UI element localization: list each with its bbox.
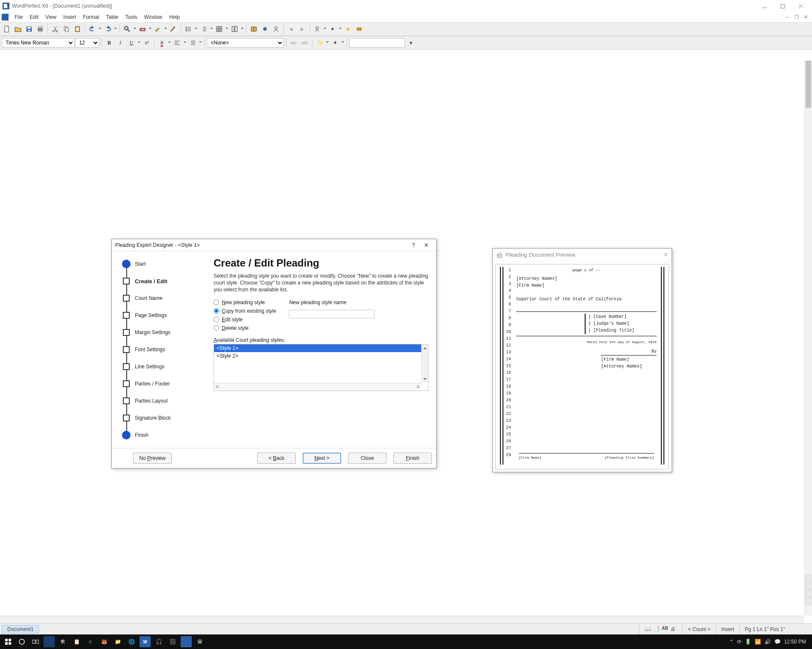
edge-icon[interactable]: e (85, 636, 96, 647)
tools-dropdown[interactable] (341, 41, 345, 44)
print-button[interactable] (35, 24, 45, 34)
firefox-icon[interactable]: 🦊 (98, 636, 110, 647)
undo-button[interactable] (87, 24, 98, 34)
close-button[interactable] (791, 0, 809, 12)
wand-dropdown[interactable] (326, 41, 329, 44)
tray-action-icon[interactable]: 💬 (774, 639, 781, 645)
draw-button[interactable] (168, 24, 178, 34)
font-color-button[interactable]: a (157, 38, 167, 48)
wizard-step-signature-block[interactable]: Signature Block (122, 409, 207, 427)
no-preview-button[interactable]: No Preview (133, 453, 172, 464)
open-button[interactable] (13, 24, 23, 34)
task-app5-icon[interactable]: 🎧 (153, 636, 164, 647)
font-select[interactable]: Times New Roman (2, 38, 74, 47)
mdi-close-icon[interactable]: ✕ (802, 14, 810, 21)
next-button[interactable]: Next > (303, 453, 341, 464)
status-print-icon[interactable]: 🖨 (670, 626, 677, 633)
task-app4-icon[interactable]: 🌐 (126, 636, 137, 647)
radio-copy[interactable]: Copy from existing style (214, 308, 276, 314)
superscript-button[interactable]: x² (142, 38, 152, 48)
status-mode[interactable]: Insert (716, 624, 739, 634)
highlight-button[interactable] (153, 24, 163, 34)
menu-view[interactable]: View (42, 13, 60, 21)
tray-up-icon[interactable]: ⌃ (729, 639, 734, 645)
macro-play-button[interactable] (312, 24, 322, 34)
wand-button[interactable]: ✨ (315, 38, 325, 48)
close-dialog-button[interactable]: Close (348, 453, 387, 464)
character-button[interactable] (271, 24, 281, 34)
wizard-step-margin-settings[interactable]: Margin Settings (122, 324, 207, 341)
menu-tools[interactable]: Tools (122, 13, 141, 21)
reveal-button[interactable] (354, 24, 364, 34)
grammar-button[interactable]: abc (300, 38, 310, 48)
menu-file[interactable]: File (11, 13, 26, 21)
menu-format[interactable]: Format (80, 13, 103, 21)
minimize-button[interactable] (755, 0, 773, 12)
finish-button[interactable]: Finish (393, 453, 432, 464)
name-input[interactable] (289, 310, 375, 318)
vertical-scrollbar[interactable] (804, 60, 812, 616)
wizard-step-page-settings[interactable]: Page Settings (122, 307, 207, 324)
preview-titlebar[interactable]: Pleading Document Preview ✕ (493, 249, 672, 261)
style-select[interactable]: <None> (207, 38, 284, 47)
menu-insert[interactable]: Insert (60, 13, 80, 21)
wizard-step-finish[interactable]: Finish (122, 427, 207, 444)
status-ab-icon[interactable]: AB (662, 626, 669, 633)
macro-dropdown[interactable] (323, 28, 327, 30)
back-arrow-button[interactable]: ◄ (286, 24, 296, 34)
list-item[interactable]: <Style 1> (214, 344, 428, 352)
menu-table[interactable]: Table (103, 13, 122, 21)
redo-dropdown[interactable] (114, 28, 117, 30)
status-insert-icon[interactable]: 📑 (653, 626, 660, 633)
task-app6-icon[interactable]: ⬛ (167, 636, 178, 647)
tray-battery-icon[interactable]: 🔋 (745, 639, 751, 645)
menu-help[interactable]: Help (166, 13, 183, 21)
radio-edit[interactable]: Edit style (214, 317, 276, 323)
highlight-dropdown[interactable] (164, 28, 167, 30)
back-button[interactable]: < Back (257, 453, 296, 464)
task-app1-icon[interactable] (44, 636, 55, 647)
copy-button[interactable] (61, 24, 71, 34)
horizontal-scrollbar[interactable] (0, 616, 804, 623)
status-count[interactable]: < Count > (682, 624, 716, 634)
new-button[interactable] (2, 24, 12, 34)
dialog-help-button[interactable]: ? (407, 240, 420, 250)
bold-button[interactable]: B (104, 38, 114, 48)
task-app3-icon[interactable]: 📋 (71, 636, 82, 647)
undo-dropdown[interactable] (98, 28, 102, 30)
menu-edit[interactable]: Edit (26, 13, 42, 21)
list-item[interactable]: <Style 2> (214, 352, 428, 360)
search-input[interactable] (349, 38, 405, 47)
line-spacing-button[interactable] (187, 38, 198, 48)
favorite-button[interactable]: ★ (343, 24, 353, 34)
line-spacing-dropdown[interactable] (199, 41, 202, 44)
tray-network-icon[interactable]: 📶 (755, 639, 761, 645)
forward-arrow-button[interactable]: ► (297, 24, 307, 34)
symbol-button[interactable]: ✱ (260, 24, 270, 34)
search-go-button[interactable]: ▾ (406, 38, 416, 48)
task-app7-icon[interactable]: 🏛 (194, 636, 205, 647)
cortana-icon[interactable] (16, 636, 27, 647)
radio-new[interactable]: New pleading style (214, 299, 276, 305)
cut-button[interactable] (50, 24, 60, 34)
tools-button[interactable]: ✦ (330, 38, 340, 48)
status-doc-tab[interactable]: Document1 (2, 625, 39, 634)
wizard-step-parties-layout[interactable]: Parties Layout (122, 392, 207, 409)
table-grid-button[interactable] (214, 24, 224, 34)
numbering-button[interactable] (199, 24, 209, 34)
listbox-vscroll[interactable] (421, 344, 428, 383)
font-size-select[interactable]: 12 (75, 38, 99, 47)
autoformat-button[interactable] (137, 24, 148, 34)
zoom-dropdown[interactable] (133, 28, 137, 30)
zoom-button[interactable] (122, 24, 132, 34)
styles-listbox[interactable]: <Style 1><Style 2> <> (214, 344, 428, 391)
dialog-close-button[interactable]: ✕ (420, 240, 433, 250)
align-button[interactable] (172, 38, 182, 48)
macro-rec-dropdown[interactable] (339, 28, 342, 30)
maximize-button[interactable] (773, 0, 791, 12)
wizard-step-font-settings[interactable]: Font Settings (122, 341, 207, 358)
book-button[interactable] (249, 24, 259, 34)
sidebar-zoom-in-icon[interactable] (805, 575, 811, 581)
columns-dropdown[interactable] (241, 28, 244, 30)
wizard-step-court-name[interactable]: Court Name (122, 290, 207, 307)
